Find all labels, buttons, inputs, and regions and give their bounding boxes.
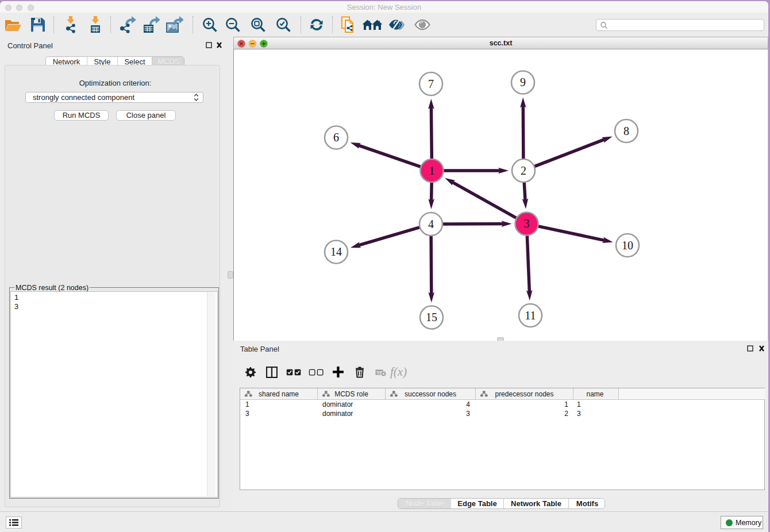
svg-text:15: 15 — [426, 311, 437, 323]
svg-text:11: 11 — [525, 309, 536, 322]
svg-text:3: 3 — [524, 217, 530, 230]
svg-text:8: 8 — [623, 125, 629, 137]
svg-text:2: 2 — [521, 164, 526, 177]
svg-text:7: 7 — [428, 78, 434, 90]
svg-text:10: 10 — [622, 239, 633, 252]
svg-text:9: 9 — [520, 76, 526, 88]
svg-text:14: 14 — [330, 245, 342, 258]
svg-text:4: 4 — [428, 218, 434, 230]
svg-text:6: 6 — [333, 131, 339, 144]
svg-text:1: 1 — [429, 164, 435, 177]
